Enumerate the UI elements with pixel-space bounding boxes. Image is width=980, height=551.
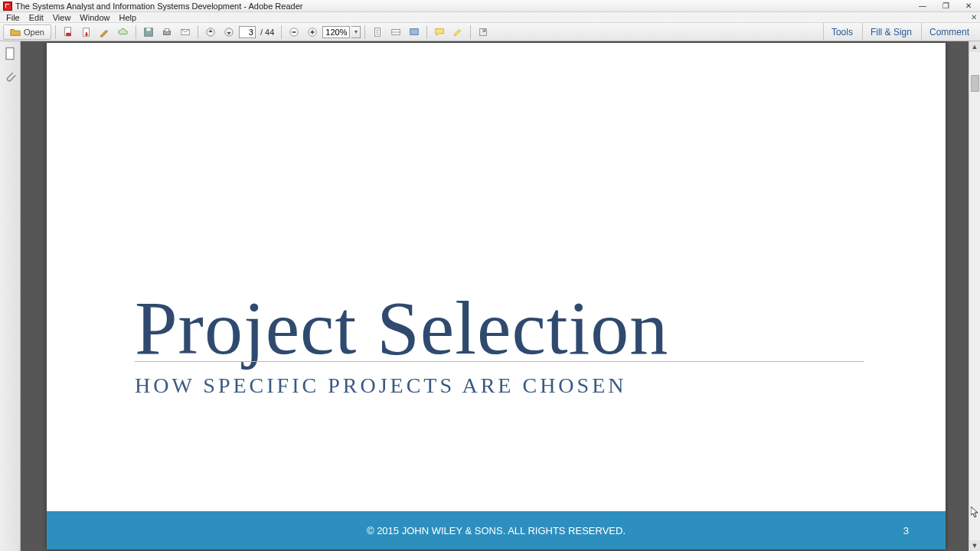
email-button[interactable] <box>177 24 194 40</box>
menu-view[interactable]: View <box>48 13 76 22</box>
svg-rect-11 <box>292 31 296 33</box>
separator <box>470 25 471 39</box>
svg-rect-4 <box>146 28 150 31</box>
separator <box>55 25 56 39</box>
tab-comment[interactable]: Comment <box>921 23 977 41</box>
scroll-down-arrow[interactable]: ▼ <box>969 540 980 551</box>
navigation-pane <box>0 41 21 551</box>
menu-window[interactable]: Window <box>75 13 114 22</box>
fit-width-button[interactable] <box>387 24 404 40</box>
zoom-in-button[interactable] <box>304 24 321 40</box>
menu-edit[interactable]: Edit <box>24 13 48 22</box>
thumbnails-button[interactable] <box>2 46 18 61</box>
create-pdf-button[interactable] <box>60 24 77 40</box>
sticky-note-button[interactable] <box>431 24 448 40</box>
scroll-thumb[interactable] <box>971 75 979 92</box>
svg-rect-17 <box>410 28 419 34</box>
vertical-scrollbar[interactable]: ▲ ▼ <box>969 41 980 551</box>
svg-rect-19 <box>6 48 14 60</box>
separator <box>364 25 365 39</box>
plus-icon <box>307 27 318 37</box>
arrow-down-icon <box>224 27 234 37</box>
page-thumb-icon <box>2 46 18 61</box>
slide-divider <box>135 361 864 362</box>
separator <box>198 25 198 39</box>
page-number-input[interactable] <box>239 26 256 38</box>
floppy-icon <box>143 27 154 37</box>
window-title: The Systems Analyst and Information Syst… <box>15 2 911 11</box>
tab-tools[interactable]: Tools <box>823 23 861 41</box>
title-bar: The Systems Analyst and Information Syst… <box>0 0 980 12</box>
menu-file[interactable]: File <box>2 13 24 22</box>
app-icon <box>3 2 12 11</box>
attachments-button[interactable] <box>2 69 18 84</box>
zoom-out-button[interactable] <box>286 24 302 40</box>
page-down-button[interactable] <box>220 24 237 40</box>
open-label: Open <box>24 28 44 37</box>
reading-mode-button[interactable] <box>406 24 423 40</box>
cloud-button[interactable] <box>115 24 132 40</box>
zoom-dropdown[interactable]: ▾ <box>351 26 361 38</box>
fit-page-button[interactable] <box>369 24 386 40</box>
document-viewport[interactable]: Project Selection HOW SPECIFIC PROJECTS … <box>21 41 969 551</box>
pencil-icon <box>100 27 110 37</box>
menu-bar: File Edit View Window Help ✕ <box>0 12 980 23</box>
share-button[interactable] <box>475 24 492 40</box>
slide-subtitle: HOW SPECIFIC PROJECTS ARE CHOSEN <box>135 373 626 398</box>
page-total-label: / 44 <box>257 28 277 37</box>
minus-icon <box>289 27 299 37</box>
export-pdf-button[interactable] <box>78 24 95 40</box>
svg-rect-6 <box>165 28 168 31</box>
print-button[interactable] <box>158 24 175 40</box>
screen-icon <box>409 27 420 37</box>
separator <box>281 25 282 39</box>
slide-page-number: 3 <box>903 525 909 536</box>
svg-rect-14 <box>312 30 313 34</box>
highlight-icon <box>452 27 463 37</box>
arrow-up-icon <box>205 27 216 37</box>
page-up-button[interactable] <box>202 24 219 40</box>
menu-help[interactable]: Help <box>114 13 141 22</box>
zoom-input[interactable] <box>322 26 350 38</box>
page-canvas: Project Selection HOW SPECIFIC PROJECTS … <box>47 43 946 549</box>
slide-title: Project Selection <box>135 284 668 372</box>
separator <box>426 25 427 39</box>
envelope-icon <box>180 27 191 37</box>
share-icon <box>478 27 488 37</box>
save-button[interactable] <box>140 24 157 40</box>
doc-pdf-icon <box>63 27 74 37</box>
close-doc-icon[interactable]: ✕ <box>971 13 977 21</box>
maximize-button[interactable]: ❐ <box>934 0 957 12</box>
highlight-button[interactable] <box>449 24 466 40</box>
footer-text: © 2015 JOHN WILEY & SONS. ALL RIGHTS RES… <box>367 525 626 536</box>
open-button[interactable]: Open <box>3 24 51 40</box>
close-button[interactable]: ✕ <box>957 0 980 12</box>
slide-footer: © 2015 JOHN WILEY & SONS. ALL RIGHTS RES… <box>47 511 946 549</box>
paperclip-icon <box>2 69 18 84</box>
doc-export-icon <box>81 27 92 37</box>
fit-page-icon <box>372 27 383 37</box>
minimize-button[interactable]: — <box>911 0 934 12</box>
comment-icon <box>434 27 445 37</box>
printer-icon <box>162 27 172 37</box>
folder-icon <box>10 27 21 37</box>
fit-width-icon <box>390 27 401 37</box>
cloud-up-icon <box>118 27 129 37</box>
toolbar: Open / 44 ▾ Tools Fill & Sign Comment <box>0 23 980 41</box>
main-area: Project Selection HOW SPECIFIC PROJECTS … <box>0 41 980 551</box>
separator <box>136 25 136 39</box>
scroll-up-arrow[interactable]: ▲ <box>969 41 980 52</box>
tab-fill-sign[interactable]: Fill & Sign <box>862 23 920 41</box>
svg-rect-1 <box>66 32 70 35</box>
sign-button[interactable] <box>96 24 113 40</box>
